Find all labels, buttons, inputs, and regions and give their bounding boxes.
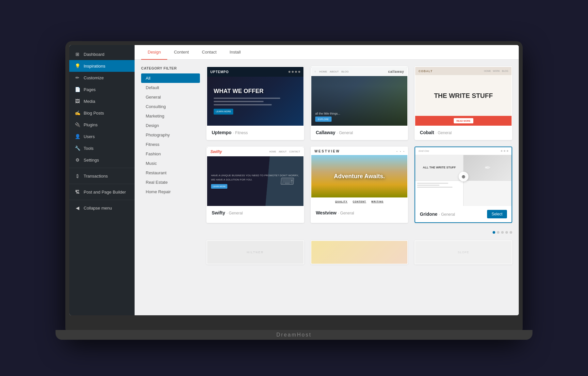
- category-item-restaurant[interactable]: Restaurant: [141, 168, 200, 178]
- app-layout: ⊞ Dashboard 💡 Inspirations ✏ Customize 📄…: [69, 45, 519, 315]
- pagination-dot-5[interactable]: [510, 231, 512, 234]
- theme-card-westview[interactable]: WESTVIEW ••• Adventure Awaits.: [311, 147, 408, 223]
- sidebar-label-transactions: Transactions: [84, 174, 108, 179]
- category-item-default[interactable]: Default: [141, 83, 200, 92]
- category-item-fashion[interactable]: Fashion: [141, 149, 200, 159]
- theme-info-westview: Westview · General: [311, 206, 408, 220]
- theme-card-swifty[interactable]: Swifty HOMEABOUTCONTACT HAVE A UNIQUE BU…: [206, 147, 304, 223]
- pagination: [206, 231, 512, 234]
- media-icon: 🖼: [74, 99, 80, 104]
- sidebar-divider-3: [69, 200, 135, 200]
- theme-card-cobalt[interactable]: COBALT HOMEWORKBLOG THE WRITE STUFF: [415, 66, 512, 140]
- sidebar-item-dashboard[interactable]: ⊞ Dashboard: [69, 48, 135, 60]
- customize-icon: ✏: [74, 75, 80, 80]
- theme-card-partial-1[interactable]: HILTNER: [206, 240, 304, 264]
- pagination-dot-4[interactable]: [505, 231, 508, 234]
- sidebar-label-pages: Pages: [84, 87, 96, 92]
- westview-tabs: QUALITY CONTENT WRITING: [311, 197, 408, 206]
- theme-info-uptempo: Uptempo · Fitness: [207, 126, 303, 139]
- theme-category-cobalt: · General: [435, 131, 451, 135]
- callaway-brand: callaway: [388, 70, 404, 73]
- sidebar-item-transactions[interactable]: ₿ Transactions: [69, 170, 135, 182]
- uptempo-header: UPTEMPO: [207, 67, 303, 77]
- sidebar: ⊞ Dashboard 💡 Inspirations ✏ Customize 📄…: [69, 45, 135, 315]
- category-item-music[interactable]: Music: [141, 159, 200, 168]
- sidebar-item-users[interactable]: 👤 Users: [69, 131, 135, 142]
- category-item-consulting[interactable]: Consulting: [141, 102, 200, 111]
- theme-category-callaway: · General: [337, 131, 353, 135]
- gridone-header: Grid One: [415, 147, 512, 155]
- partial-preview-2: [311, 241, 408, 264]
- category-item-photography[interactable]: Photography: [141, 130, 200, 140]
- theme-name-swifty: Swifty: [212, 210, 225, 215]
- sidebar-label-dashboard: Dashboard: [84, 52, 105, 57]
- tab-contact[interactable]: Contact: [195, 45, 223, 60]
- screen: ⊞ Dashboard 💡 Inspirations ✏ Customize 📄…: [69, 45, 519, 315]
- sidebar-label-builder: Post and Page Builder: [84, 190, 126, 195]
- theme-info-callaway: Callaway · General: [311, 126, 408, 139]
- gridone-cell-1: ALL THE WRITE STUFF: [415, 155, 463, 180]
- category-item-general[interactable]: General: [141, 92, 200, 102]
- category-item-marketing[interactable]: Marketing: [141, 111, 200, 121]
- sidebar-item-inspirations[interactable]: 💡 Inspirations: [69, 60, 135, 72]
- sidebar-label-customize: Customize: [84, 75, 104, 80]
- builder-icon: 🏗: [74, 189, 80, 195]
- theme-card-gridone[interactable]: Grid One ALL TH: [415, 147, 512, 223]
- theme-category-gridone: · General: [439, 212, 455, 217]
- sidebar-divider: [69, 168, 135, 168]
- select-button-gridone[interactable]: Select: [487, 210, 507, 218]
- users-icon: 👤: [74, 134, 80, 139]
- category-item-design[interactable]: Design: [141, 121, 200, 130]
- gridone-cell-4: [464, 181, 512, 206]
- transactions-icon: ₿: [74, 173, 80, 179]
- westview-header: WESTVIEW •••: [311, 147, 408, 155]
- laptop-brand: DreamHost: [56, 330, 532, 340]
- theme-card-uptempo[interactable]: UPTEMPO: [206, 66, 304, 140]
- category-item-home-repair[interactable]: Home Repair: [141, 187, 200, 196]
- settings-icon: ⚙: [74, 157, 80, 163]
- gridone-cell-2: ✒: [464, 155, 512, 180]
- zoom-icon[interactable]: ⊕: [459, 172, 468, 181]
- pagination-dot-2[interactable]: [497, 231, 499, 234]
- sidebar-item-settings[interactable]: ⚙ Settings: [69, 154, 135, 166]
- tab-design[interactable]: Design: [141, 45, 167, 60]
- sidebar-item-blog-posts[interactable]: ✍ Blog Posts: [69, 107, 135, 119]
- category-filter-title: CATEGORY FILTER: [141, 66, 200, 70]
- swifty-hero: HAVE A UNIQUE BUSINESS YOU NEED TO PROMO…: [207, 156, 303, 206]
- sidebar-item-plugins[interactable]: 🔌 Plugins: [69, 119, 135, 131]
- sidebar-item-collapse[interactable]: ◀ Collapse menu: [69, 202, 135, 214]
- tab-install[interactable]: Install: [223, 45, 247, 60]
- tab-content[interactable]: Content: [167, 45, 195, 60]
- sidebar-item-pages[interactable]: 📄 Pages: [69, 84, 135, 95]
- category-filter: CATEGORY FILTER All Default General: [141, 66, 200, 264]
- theme-preview-cobalt: COBALT HOMEWORKBLOG THE WRITE STUFF: [415, 67, 512, 126]
- sidebar-item-post-page-builder[interactable]: 🏗 Post and Page Builder: [69, 186, 135, 198]
- main-content: Design Content Contact Install: [135, 45, 519, 315]
- theme-card-partial-2[interactable]: [311, 240, 408, 264]
- sidebar-item-media[interactable]: 🖼 Media: [69, 95, 135, 107]
- theme-preview-uptempo: UPTEMPO: [207, 67, 303, 126]
- theme-name-westview: Westview: [316, 210, 337, 215]
- cobalt-headline: THE WRITE STUFF: [434, 92, 493, 99]
- callaway-header: ≡ HOMEABOUTBLOG callaway: [311, 67, 408, 76]
- theme-card-callaway[interactable]: ≡ HOMEABOUTBLOG callaway all the little …: [311, 66, 408, 140]
- theme-name-callaway: Callaway: [316, 130, 335, 135]
- category-item-fitness[interactable]: Fitness: [141, 140, 200, 149]
- category-item-real-estate[interactable]: Real Estate: [141, 178, 200, 187]
- collapse-icon: ◀: [74, 205, 80, 211]
- pagination-dot-active[interactable]: [493, 231, 495, 234]
- blog-posts-icon: ✍: [74, 110, 80, 116]
- sidebar-item-tools[interactable]: 🔧 Tools: [69, 142, 135, 154]
- theme-info-swifty: Swifty · General: [207, 206, 303, 220]
- callaway-hero: all the little things... EXPLORE: [311, 76, 408, 126]
- theme-card-partial-3[interactable]: SLOPE: [415, 240, 512, 264]
- sidebar-label-media: Media: [84, 99, 95, 104]
- category-item-all[interactable]: All: [141, 73, 200, 83]
- cobalt-header: COBALT HOMEWORKBLOG: [415, 67, 512, 75]
- sidebar-label-settings: Settings: [84, 158, 99, 163]
- tools-icon: 🔧: [74, 146, 80, 151]
- sidebar-item-customize[interactable]: ✏ Customize: [69, 72, 135, 84]
- pagination-dot-3[interactable]: [501, 231, 504, 234]
- swifty-header: Swifty HOMEABOUTCONTACT: [207, 147, 303, 156]
- theme-name-gridone: Gridone: [420, 212, 437, 217]
